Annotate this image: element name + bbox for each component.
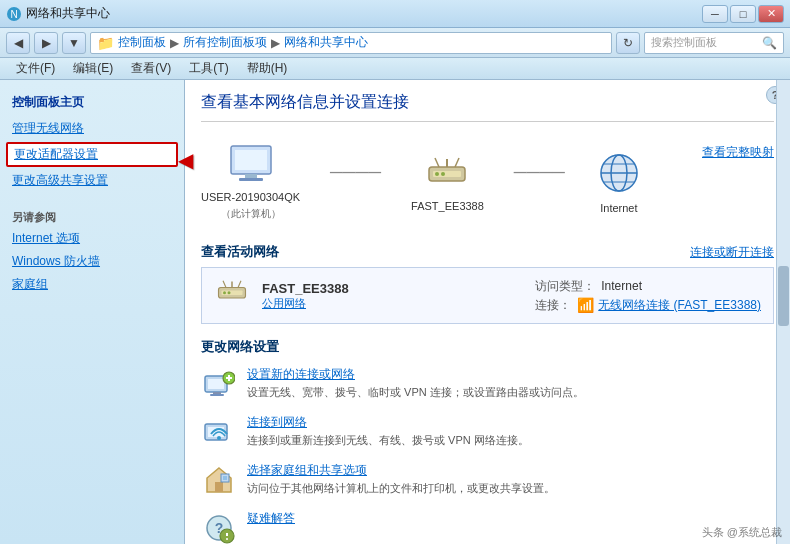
homegroup-link[interactable]: 选择家庭组和共享选项: [247, 462, 774, 479]
network-node-computer: USER-20190304QK （此计算机）: [201, 144, 300, 221]
connect-network-desc: 连接到或重新连接到无线、有线、拨号或 VPN 网络连接。: [247, 434, 529, 446]
svg-rect-37: [215, 482, 223, 492]
svg-rect-39: [223, 476, 227, 480]
access-type-row: 访问类型： Internet: [535, 278, 761, 295]
breadcrumb-networkcenter[interactable]: 网络和共享中心: [284, 34, 368, 51]
menu-tools[interactable]: 工具(T): [181, 58, 236, 79]
content-title: 查看基本网络信息并设置连接: [201, 92, 774, 122]
network-diagram: USER-20190304QK （此计算机） ──── FAS: [201, 136, 774, 229]
active-network-title: 查看活动网络: [201, 243, 279, 261]
setting-connect-network: 连接到网络 连接到或重新连接到无线、有线、拨号或 VPN 网络连接。: [201, 414, 774, 450]
change-settings-title: 更改网络设置: [201, 338, 774, 356]
setting-homegroup: 选择家庭组和共享选项 访问位于其他网络计算机上的文件和打印机，或更改共享设置。: [201, 462, 774, 498]
refresh-button[interactable]: ↻: [616, 32, 640, 54]
homegroup-icon: [201, 462, 237, 498]
internet-icon: [595, 151, 643, 198]
svg-rect-28: [213, 392, 221, 394]
window-icon: N: [6, 6, 22, 22]
new-connection-icon: [201, 366, 237, 402]
close-button[interactable]: ✕: [758, 5, 784, 23]
svg-rect-4: [245, 174, 257, 178]
svg-line-9: [435, 158, 439, 167]
access-type-value: Internet: [601, 278, 642, 295]
address-path: 📁 控制面板 ▶ 所有控制面板项 ▶ 网络和共享中心: [90, 32, 612, 54]
svg-point-35: [217, 436, 221, 440]
search-box[interactable]: 搜索控制面板 🔍: [644, 32, 784, 54]
troubleshoot-link[interactable]: 疑难解答: [247, 510, 774, 527]
menu-file[interactable]: 文件(F): [8, 58, 63, 79]
sidebar-link-internet[interactable]: Internet 选项: [0, 227, 184, 250]
sidebar-link-firewall[interactable]: Windows 防火墙: [0, 250, 184, 273]
svg-line-22: [223, 281, 226, 288]
network-details: 访问类型： Internet 连接： 📶 无线网络连接 (FAST_EE3388…: [535, 278, 761, 314]
active-network-icon: [214, 276, 250, 315]
sidebar: 控制面板主页 管理无线网络 更改适配器设置 更改高级共享设置 另请参阅 Inte…: [0, 80, 185, 544]
active-network-box: FAST_EE3388 公用网络 访问类型： Internet 连接： 📶 无线…: [201, 267, 774, 324]
network-info: FAST_EE3388 公用网络: [262, 281, 523, 311]
menu-bar: 文件(F) 编辑(E) 查看(V) 工具(T) 帮助(H): [0, 58, 790, 80]
router-label: FAST_EE3388: [411, 200, 484, 212]
restore-button[interactable]: □: [730, 5, 756, 23]
connection-label: 连接：: [535, 297, 571, 314]
view-full-map-link[interactable]: 查看完整映射: [702, 144, 774, 161]
active-network-name: FAST_EE3388: [262, 281, 523, 296]
search-placeholder: 搜索控制面板: [651, 35, 717, 50]
connect-network-icon: [201, 414, 237, 450]
homegroup-content: 选择家庭组和共享选项 访问位于其他网络计算机上的文件和打印机，或更改共享设置。: [247, 462, 774, 496]
connection-text[interactable]: 无线网络连接 (FAST_EE3388): [598, 297, 761, 314]
menu-edit[interactable]: 编辑(E): [65, 58, 121, 79]
setting-new-connection: 设置新的连接或网络 设置无线、宽带、拨号、临时或 VPN 连接；或设置路由器或访…: [201, 366, 774, 402]
computer-label: USER-20190304QK: [201, 191, 300, 203]
breadcrumb-sep-1: ▶: [170, 36, 179, 50]
content-area: ? 查看基本网络信息并设置连接 USER-20190304QK （此计算机） ─…: [185, 80, 790, 544]
troubleshoot-content: 疑难解答: [247, 510, 774, 529]
sidebar-link-adapter[interactable]: 更改适配器设置: [6, 142, 178, 167]
forward-button[interactable]: ▶: [34, 32, 58, 54]
scrollbar[interactable]: [776, 80, 790, 544]
minimize-button[interactable]: ─: [702, 5, 728, 23]
svg-point-25: [228, 291, 231, 294]
menu-help[interactable]: 帮助(H): [239, 58, 296, 79]
connect-network-link[interactable]: 连接到网络: [247, 414, 774, 431]
svg-rect-27: [208, 379, 224, 389]
setting-troubleshoot: ? 疑难解答: [201, 510, 774, 544]
svg-line-23: [238, 281, 241, 288]
new-connection-content: 设置新的连接或网络 设置无线、宽带、拨号、临时或 VPN 连接；或设置路由器或访…: [247, 366, 774, 400]
connector-1: ────: [330, 162, 381, 183]
network-node-router: FAST_EE3388: [411, 153, 484, 212]
connect-disconnect-link[interactable]: 连接或断开连接: [690, 244, 774, 261]
troubleshoot-icon: ?: [201, 510, 237, 544]
red-arrow-indicator: ◀: [178, 148, 193, 172]
breadcrumb-allpanel[interactable]: 所有控制面板项: [183, 34, 267, 51]
active-network-type[interactable]: 公用网络: [262, 296, 523, 311]
internet-label: Internet: [600, 202, 637, 214]
sidebar-also-see: 另请参阅 Internet 选项 Windows 防火墙 家庭组: [0, 208, 184, 296]
back-button[interactable]: ◀: [6, 32, 30, 54]
svg-rect-5: [239, 178, 263, 181]
new-connection-desc: 设置无线、宽带、拨号、临时或 VPN 连接；或设置路由器或访问点。: [247, 386, 584, 398]
window-title: 网络和共享中心: [26, 5, 110, 22]
connection-value: 📶 无线网络连接 (FAST_EE3388): [577, 297, 761, 314]
breadcrumb-controlpanel[interactable]: 控制面板: [118, 34, 166, 51]
computer-sublabel: （此计算机）: [221, 207, 281, 221]
breadcrumb-sep-2: ▶: [271, 36, 280, 50]
sidebar-link-homegroup[interactable]: 家庭组: [0, 273, 184, 296]
svg-rect-29: [210, 394, 224, 396]
scrollbar-thumb[interactable]: [778, 266, 789, 326]
connector-2: ────: [514, 162, 565, 183]
network-node-internet: Internet: [595, 151, 643, 214]
svg-text:N: N: [10, 9, 17, 20]
search-icon: 🔍: [762, 36, 777, 50]
folder-icon: 📁: [97, 35, 114, 51]
sidebar-link-wireless[interactable]: 管理无线网络: [0, 117, 184, 140]
sidebar-title: 控制面板主页: [0, 90, 184, 117]
menu-view[interactable]: 查看(V): [123, 58, 179, 79]
homegroup-desc: 访问位于其他网络计算机上的文件和打印机，或更改共享设置。: [247, 482, 555, 494]
connection-row: 连接： 📶 无线网络连接 (FAST_EE3388): [535, 297, 761, 314]
access-type-label: 访问类型：: [535, 278, 595, 295]
wifi-icon: 📶: [577, 297, 594, 313]
dropdown-button[interactable]: ▼: [62, 32, 86, 54]
also-see-title: 另请参阅: [0, 208, 184, 227]
new-connection-link[interactable]: 设置新的连接或网络: [247, 366, 774, 383]
sidebar-link-advanced[interactable]: 更改高级共享设置: [0, 169, 184, 192]
